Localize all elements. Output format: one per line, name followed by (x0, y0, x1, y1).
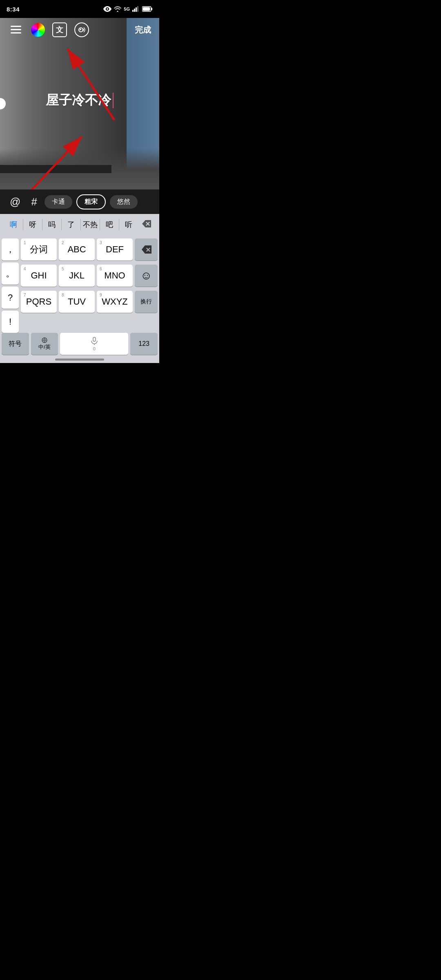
status-time: 8:34 (7, 6, 20, 13)
font-youran[interactable]: 悠然 (110, 195, 138, 209)
status-icons: 5G (103, 6, 153, 12)
key-9-wxyz[interactable]: 9 WXYZ (97, 291, 133, 313)
svg-line-15 (20, 136, 82, 189)
status-bar: 8:34 5G (0, 0, 159, 18)
arrow-upper (61, 42, 118, 126)
svg-rect-2 (136, 7, 137, 12)
newline-key-side[interactable]: 换行 (135, 291, 158, 313)
keyboard: ， 。 ? ! 1 分词 2 ABC 3 DEF (0, 235, 159, 363)
main-keys-grid: 1 分词 2 ABC 3 DEF (21, 238, 158, 333)
key-2-abc[interactable]: 2 ABC (59, 238, 95, 261)
main-key-area: ， 。 ? ! 1 分词 2 ABC 3 DEF (2, 238, 158, 333)
done-button[interactable]: 完成 (135, 24, 151, 36)
toolbar-left: 文 (8, 22, 89, 38)
pred-word-2[interactable]: 吗 (42, 216, 61, 233)
arrow-lower (16, 132, 98, 189)
text-style-icon[interactable]: 文 (52, 22, 67, 37)
key-7-pqrs[interactable]: 7 PQRS (21, 291, 57, 313)
punct-question[interactable]: ? (2, 287, 19, 309)
svg-rect-1 (134, 9, 135, 12)
camera-view: 文 完成 屋子冷不冷 (0, 18, 159, 189)
svg-rect-0 (132, 10, 134, 12)
punct-period[interactable]: 。 (2, 263, 19, 285)
backspace-icon (141, 245, 151, 254)
globe-icon (42, 337, 47, 343)
hash-symbol[interactable]: # (28, 196, 40, 208)
svg-rect-9 (11, 32, 21, 33)
font-cusong[interactable]: 粗宋 (76, 194, 106, 209)
predictive-bar: 啊 呀 吗 了 不热 吧 听 (0, 214, 159, 235)
home-indicator-area (2, 358, 158, 361)
svg-rect-8 (11, 29, 21, 30)
pred-word-0[interactable]: 啊 (4, 216, 23, 233)
symbol-key[interactable]: 符号 (2, 333, 29, 355)
font-style-bar: @ # 卡通 粗宋 悠然 (0, 189, 159, 214)
svg-rect-6 (143, 7, 150, 11)
pred-word-3[interactable]: 了 (62, 216, 80, 233)
svg-rect-7 (11, 26, 21, 27)
kb-row-3: 7 PQRS 8 TUV 9 WXYZ 换行 (21, 291, 158, 313)
svg-rect-17 (93, 337, 96, 341)
home-indicator (55, 359, 104, 361)
key-1-fenci[interactable]: 1 分词 (21, 238, 57, 261)
kb-row-1: 1 分词 2 ABC 3 DEF (21, 238, 158, 261)
emoji-key[interactable]: ☺ (135, 265, 158, 287)
signal-badge: 5G (124, 7, 130, 11)
svg-rect-5 (151, 8, 152, 10)
color-wheel-icon[interactable] (31, 23, 45, 37)
pred-word-4[interactable]: 不热 (81, 216, 100, 233)
svg-point-11 (80, 29, 81, 30)
microphone-icon (90, 336, 99, 345)
punct-exclaim[interactable]: ! (2, 311, 19, 333)
at-symbol[interactable]: @ (7, 196, 24, 208)
punctuation-column: ， 。 ? ! (2, 238, 19, 333)
font-cartoon[interactable]: 卡通 (45, 195, 72, 209)
eye-icon (103, 6, 111, 12)
battery-icon (142, 6, 153, 12)
space-key[interactable]: 0 (60, 333, 128, 355)
voice-to-text-icon[interactable] (74, 22, 89, 37)
key-4-ghi[interactable]: 4 GHI (21, 265, 57, 287)
key-3-def[interactable]: 3 DEF (97, 238, 133, 261)
pred-word-5[interactable]: 吧 (100, 216, 119, 233)
key-6-mno[interactable]: 6 MNO (97, 265, 133, 287)
chinese-english-key[interactable]: 中/英 (31, 333, 58, 355)
top-toolbar: 文 完成 (0, 22, 159, 38)
pred-word-6[interactable]: 听 (119, 216, 138, 233)
pred-word-1[interactable]: 呀 (23, 216, 42, 233)
punct-comma[interactable]: ， (2, 238, 19, 261)
menu-icon[interactable] (8, 22, 24, 38)
signal-icon (132, 6, 140, 12)
delete-key[interactable] (135, 238, 158, 261)
delete-pred-button[interactable] (138, 217, 155, 233)
wifi-icon (114, 6, 121, 12)
kb-bottom-row: 符号 中/英 0 123 (2, 333, 158, 355)
svg-rect-3 (137, 6, 138, 12)
svg-line-13 (67, 49, 114, 120)
key-5-jkl[interactable]: 5 JKL (59, 265, 95, 287)
kb-row-2: 4 GHI 5 JKL 6 MNO ☺ (21, 265, 158, 287)
key-8-tuv[interactable]: 8 TUV (59, 291, 95, 313)
number-key[interactable]: 123 (130, 333, 158, 355)
